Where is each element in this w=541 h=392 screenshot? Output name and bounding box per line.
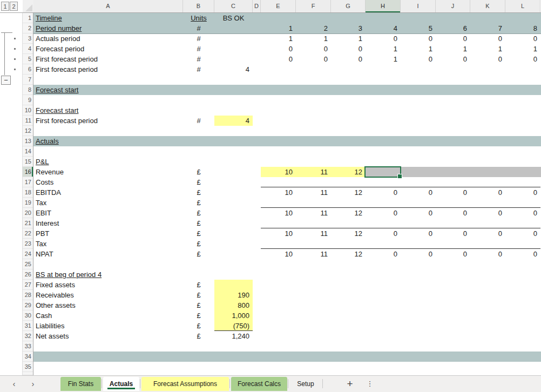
row-header-7[interactable]: 7 [23,75,33,85]
cell-C1[interactable]: BS OK [214,13,253,23]
col-header-L[interactable]: L [505,0,540,12]
col-header-H[interactable]: H [366,0,401,12]
cell-K5[interactable]: 0 [470,54,505,64]
cell-B4-unit[interactable]: # [183,44,214,54]
sheet-tab-forecast-calcs[interactable]: Forecast Calcs [231,377,287,391]
tab-nav-left-icon[interactable]: ‹ [10,378,18,390]
row-header-13[interactable]: 13 [23,136,33,146]
row-header-30[interactable]: 30 [23,310,33,321]
cell-L22[interactable]: 0 [505,228,540,239]
cell-C30[interactable]: 1,000 [214,310,253,321]
tab-nav-right-icon[interactable]: › [29,378,37,390]
cell-E3[interactable]: 1 [261,33,296,44]
cell-K2[interactable]: 7 [470,23,505,33]
grid-row-7[interactable] [33,75,541,85]
sheet-tab-forecast-assumptions[interactable]: Forecast Assumptions [141,377,229,391]
cell-G16[interactable]: 12 [331,167,366,177]
row-header-19[interactable]: 19 [23,198,33,208]
cell-A2-label[interactable]: Period number [36,23,82,33]
cell-L20[interactable]: 0 [505,208,540,218]
col-header-A[interactable]: A [33,0,183,12]
grid-row-29[interactable]: Other assets£800 [33,300,541,310]
cell-F4[interactable]: 0 [296,44,331,54]
cell-C31[interactable]: (750) [214,321,253,331]
cell-A5-label[interactable]: First forecast period [36,54,98,64]
section-banner-row-13[interactable]: Actuals [33,136,541,146]
cell-F20[interactable]: 11 [296,208,331,218]
col-header-D[interactable]: D [253,0,261,12]
grid-row-3[interactable]: Actuals period#11100000 [33,33,541,44]
cell-C32[interactable]: 1,240 [214,331,253,341]
cell-G18[interactable]: 12 [331,187,366,198]
cell-B21-unit[interactable]: £ [183,218,214,228]
cell-C29[interactable]: 800 [214,300,253,310]
row-header-25[interactable]: 25 [23,259,33,269]
col-header-G[interactable]: G [331,0,366,12]
cell-J4[interactable]: 1 [436,44,470,54]
cell-B20-unit[interactable]: £ [183,208,214,218]
grid-row-26[interactable]: BS at beg of period 4 [33,269,541,280]
cell-B31-unit[interactable]: £ [183,321,214,331]
outline-collapse-button[interactable]: − [1,76,11,85]
cell-K4[interactable]: 1 [470,44,505,54]
cell-A17-label[interactable]: Costs [36,177,53,187]
cell-A8-label[interactable]: Forecast start [36,85,78,95]
cell-I20[interactable]: 0 [401,208,436,218]
cell-E22[interactable]: 10 [261,228,296,239]
cell-A18-label[interactable]: EBITDA [36,187,61,198]
cell-E24[interactable]: 10 [261,249,296,259]
cell-J3[interactable]: 0 [436,33,470,44]
cell-B30-unit[interactable]: £ [183,310,214,321]
grid-row-30[interactable]: Cash£1,000 [33,310,541,321]
row-header-12[interactable]: 12 [23,126,33,136]
row-header-6[interactable]: 6 [23,64,33,75]
cell-C27[interactable] [214,280,253,290]
grid-row-24[interactable]: NPAT£10111200000 [33,249,541,259]
cell-E20[interactable]: 10 [261,208,296,218]
select-all-corner[interactable] [23,0,33,12]
row-header-22[interactable]: 22 [23,228,33,239]
outline-level-2-button[interactable]: 2 [10,2,18,11]
cell-E18[interactable]: 10 [261,187,296,198]
row-header-20[interactable]: 20 [23,208,33,218]
grid-row-21[interactable]: Interest£ [33,218,541,228]
row-header-31[interactable]: 31 [23,321,33,331]
grid-row-25[interactable] [33,259,541,269]
cell-J2[interactable]: 6 [436,23,470,33]
cell-A15-label[interactable]: P&L [36,157,49,167]
row-header-18[interactable]: 18 [23,187,33,198]
row-header-16[interactable]: 16 [23,167,33,177]
cell-B19-unit[interactable]: £ [183,198,214,208]
outline-level-1-button[interactable]: 1 [1,2,9,11]
cell-B11-unit[interactable]: # [183,116,214,126]
cell-A31-label[interactable]: Liabilities [36,321,64,331]
cell-J20[interactable]: 0 [436,208,470,218]
row-header-23[interactable]: 23 [23,239,33,249]
cell-B5-unit[interactable]: # [183,54,214,64]
cell-G2[interactable]: 3 [331,23,366,33]
col-header-F[interactable]: F [296,0,331,12]
cell-B18-unit[interactable]: £ [183,187,214,198]
grid-row-16[interactable]: Revenue£101112 [33,167,541,177]
col-header-J[interactable]: J [436,0,470,12]
cell-L18[interactable]: 0 [505,187,540,198]
cell-J18[interactable]: 0 [436,187,470,198]
cell-E5[interactable]: 0 [261,54,296,64]
cell-G20[interactable]: 12 [331,208,366,218]
grid-row-22[interactable]: PBT£10111200000 [33,228,541,239]
row-header-24[interactable]: 24 [23,249,33,259]
grid-row-4[interactable]: Forecast period#00011111 [33,44,541,54]
cell-H2[interactable]: 4 [366,23,401,33]
cell-G4[interactable]: 0 [331,44,366,54]
cell-A11-label[interactable]: First forecast period [36,116,98,126]
cell-H18[interactable]: 0 [366,187,401,198]
cell-F2[interactable]: 2 [296,23,331,33]
cell-I22[interactable]: 0 [401,228,436,239]
row-header-1[interactable]: 1 [23,13,33,23]
cell-F24[interactable]: 11 [296,249,331,259]
grid-row-32[interactable]: Net assets£1,240 [33,331,541,341]
cell-K18[interactable]: 0 [470,187,505,198]
col-header-K[interactable]: K [470,0,505,12]
cell-A26-label[interactable]: BS at beg of period 4 [36,269,102,280]
active-cell-selection[interactable] [364,166,401,178]
